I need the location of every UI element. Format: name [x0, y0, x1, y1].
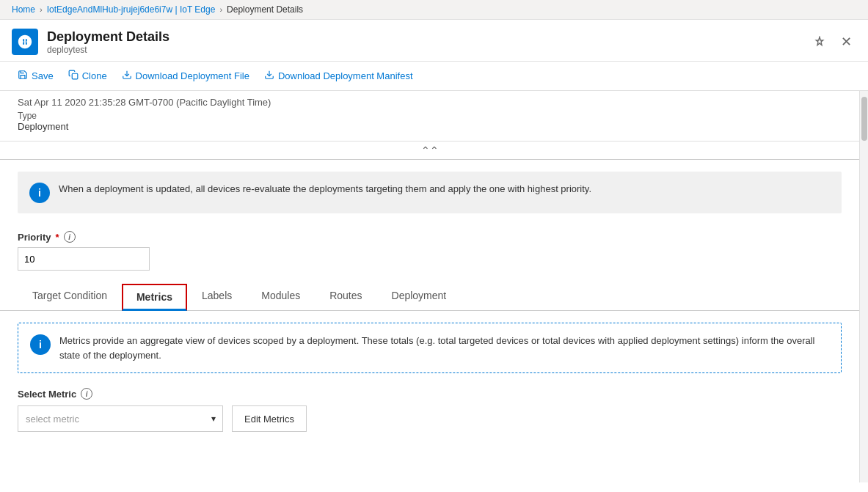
breadcrumb-sep-2: › — [219, 5, 222, 14]
download-file-button[interactable]: Download Deployment File — [116, 66, 255, 86]
breadcrumb-hub[interactable]: IotEdgeAndMlHub-jrujej6de6i7w | IoT Edge — [47, 4, 216, 15]
breadcrumb-current: Deployment Details — [227, 4, 303, 15]
select-metric-label: Select Metric i — [18, 388, 842, 400]
priority-section: Priority * i — [0, 225, 859, 282]
tab-target-condition[interactable]: Target Condition — [18, 282, 122, 311]
panel-subtitle: deploytest — [47, 45, 169, 55]
breadcrumb-home[interactable]: Home — [12, 4, 35, 15]
required-indicator: * — [56, 232, 59, 243]
clone-icon — [68, 70, 79, 82]
download-manifest-label: Download Deployment Manifest — [278, 70, 413, 81]
panel-actions: ✕ — [809, 32, 856, 52]
panel-title: Deployment Details — [47, 29, 169, 45]
date-text: Sat Apr 11 2020 21:35:28 GMT-0700 (Pacif… — [18, 97, 842, 108]
download-manifest-button[interactable]: Download Deployment Manifest — [258, 66, 419, 86]
info-banner-icon: i — [29, 183, 50, 203]
edit-metrics-button[interactable]: Edit Metrics — [232, 405, 307, 432]
close-button[interactable]: ✕ — [836, 32, 856, 52]
metric-select[interactable]: select metric — [18, 405, 223, 432]
info-banner-text: When a deployment is updated, all device… — [59, 182, 591, 197]
metrics-info-icon: i — [30, 334, 51, 355]
toolbar: Save Clone Download Deployment File Down… — [0, 62, 868, 91]
scrollbar-thumb[interactable] — [861, 97, 867, 141]
save-icon — [18, 70, 28, 82]
tabs-bar: Target Condition Metrics Labels Modules … — [0, 282, 859, 311]
tab-deployment[interactable]: Deployment — [377, 282, 462, 311]
priority-input[interactable] — [18, 247, 150, 271]
metric-select-wrapper: select metric ▾ — [18, 405, 223, 432]
save-button[interactable]: Save — [12, 66, 59, 86]
panel-header: Deployment Details deploytest ✕ — [0, 20, 868, 62]
svg-rect-4 — [72, 73, 78, 79]
select-metric-controls: select metric ▾ Edit Metrics — [18, 405, 842, 432]
pin-button[interactable] — [809, 32, 830, 52]
main-content: Sat Apr 11 2020 21:35:28 GMT-0700 (Pacif… — [0, 91, 859, 482]
info-banner: i When a deployment is updated, all devi… — [18, 172, 842, 213]
download-manifest-icon — [264, 70, 274, 82]
pin-icon — [814, 36, 825, 48]
close-icon: ✕ — [841, 34, 852, 50]
type-label: Type Deployment — [18, 111, 842, 132]
clone-label: Clone — [82, 70, 107, 81]
tab-modules[interactable]: Modules — [247, 282, 315, 311]
collapse-icon: ⌃⌃ — [421, 144, 439, 156]
info-section: Sat Apr 11 2020 21:35:28 GMT-0700 (Pacif… — [0, 91, 859, 142]
download-file-label: Download Deployment File — [136, 70, 249, 81]
svg-point-1 — [29, 40, 32, 43]
metrics-info-banner: i Metrics provide an aggregate view of d… — [18, 323, 842, 373]
collapse-section[interactable]: ⌃⌃ — [0, 142, 859, 160]
metrics-info-text: Metrics provide an aggregate view of dev… — [59, 334, 829, 362]
breadcrumb-sep-1: › — [40, 5, 43, 14]
priority-label: Priority * i — [18, 231, 842, 243]
content-area: Sat Apr 11 2020 21:35:28 GMT-0700 (Pacif… — [0, 91, 868, 482]
clone-button[interactable]: Clone — [62, 66, 113, 86]
save-label: Save — [32, 70, 54, 81]
scrollbar[interactable] — [859, 91, 868, 482]
tab-routes[interactable]: Routes — [315, 282, 376, 311]
panel-title-area: Deployment Details deploytest — [12, 29, 169, 55]
priority-info-icon[interactable]: i — [64, 231, 76, 243]
svg-point-0 — [19, 40, 22, 43]
iot-edge-icon — [17, 34, 33, 50]
tab-labels[interactable]: Labels — [187, 282, 247, 311]
breadcrumb: Home › IotEdgeAndMlHub-jrujej6de6i7w | I… — [0, 0, 868, 20]
panel-icon — [12, 29, 38, 55]
panel-title-text: Deployment Details deploytest — [47, 29, 169, 55]
download-file-icon — [122, 70, 132, 82]
tab-metrics[interactable]: Metrics — [122, 284, 187, 311]
select-metric-info-icon[interactable]: i — [81, 388, 92, 400]
select-metric-section: Select Metric i select metric ▾ Edit Met… — [0, 385, 859, 444]
